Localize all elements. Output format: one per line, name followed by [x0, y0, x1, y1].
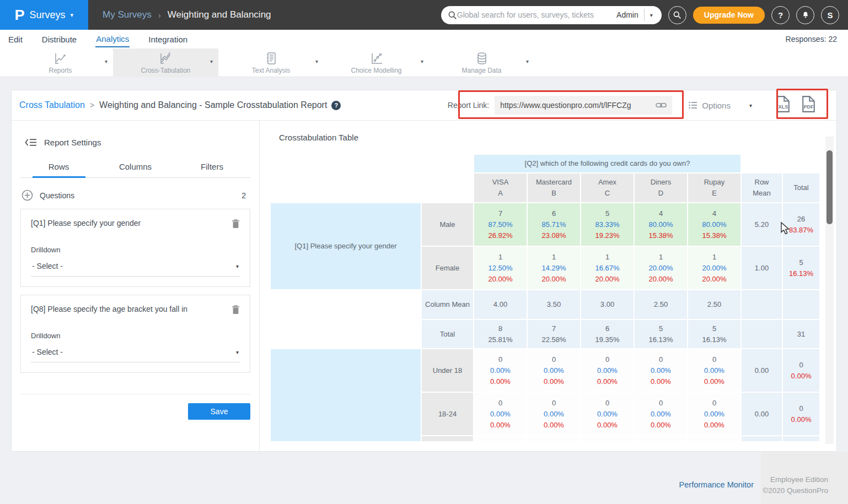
cross-tabulation-link[interactable]: Cross Tabulation: [19, 100, 85, 110]
crosstab-cell: 480.00%15.38%: [635, 203, 687, 246]
trash-icon[interactable]: [232, 305, 240, 317]
copyright-line: ©2020 QuestionPro: [763, 485, 828, 496]
row-label: Female: [422, 247, 473, 289]
options-dropdown[interactable]: Options ▾: [689, 101, 752, 110]
save-button[interactable]: Save: [188, 403, 250, 420]
export-xls-button[interactable]: XLS: [775, 95, 791, 115]
column-total-cell: 825.81%: [474, 320, 527, 348]
chevron-down-icon[interactable]: ▾: [210, 58, 213, 64]
tab-filters[interactable]: Filters: [174, 162, 250, 177]
crosstab-cell: 120.00%20.00%: [635, 247, 687, 289]
trash-icon[interactable]: [232, 219, 240, 231]
crosstab-cell: 116.67%20.00%: [581, 247, 634, 289]
reports-chart-icon: [53, 51, 68, 66]
performance-monitor-link[interactable]: Performance Monitor: [679, 480, 754, 489]
crosstab-cell: 00.00%0.00%: [635, 393, 687, 435]
column-total-cell: 516.13%: [635, 320, 687, 348]
search-button[interactable]: [668, 6, 686, 24]
report-link-url[interactable]: https://www.questionpro.com/t/lFFCZg: [500, 101, 651, 110]
column-total-cell: 722.58%: [528, 320, 580, 348]
notifications-button[interactable]: [796, 6, 814, 24]
row-mean-cell: 1.00: [742, 247, 782, 289]
chevron-down-icon[interactable]: ▾: [645, 12, 658, 18]
nav-tab-analytics[interactable]: Analytics: [95, 31, 130, 47]
row-label: Male: [422, 203, 473, 246]
nav-tab-edit[interactable]: Edit: [8, 31, 23, 47]
crosstab-cell: 112.50%20.00%: [474, 247, 527, 289]
crosstab-cell: 00.00%0.00%: [635, 349, 687, 392]
crosstab-area: Crosstabulation Table [Q2] which of the …: [260, 121, 837, 452]
row-label: 18-24: [422, 393, 473, 435]
add-question-icon[interactable]: [22, 189, 33, 201]
nav-tabs: EditDistributeAnalyticsIntegration: [8, 31, 206, 47]
responses-count: Responses: 22: [786, 35, 837, 44]
row-mean-cell: 0.00: [742, 349, 782, 392]
export-pdf-button[interactable]: PDF: [801, 95, 817, 115]
crosstab-cell: 480.00%15.38%: [688, 203, 740, 246]
breadcrumb-separator-icon: >: [90, 101, 94, 110]
toolbar-item-reports[interactable]: Reports▾: [8, 48, 113, 77]
drilldown-select[interactable]: - Select -▾: [31, 348, 240, 362]
toolbar-item-cross-tabulation[interactable]: Cross-Tabulation▾: [113, 48, 218, 77]
crosstab-cell: 00.00%0.00%: [474, 349, 527, 392]
crosstab-cell: 00.00%0.00%: [688, 349, 740, 392]
link-icon: [656, 102, 667, 109]
product-switcher[interactable]: P Surveys ▾: [0, 0, 88, 30]
crosstab-cell: 787.50%26.92%: [474, 203, 527, 246]
drilldown-select[interactable]: - Select -▾: [31, 262, 240, 277]
collapse-panel-icon[interactable]: [25, 138, 37, 147]
search-scope-label: Admin: [611, 10, 644, 19]
options-label: Options: [702, 101, 731, 110]
search-icon: [448, 10, 457, 20]
report-card: Cross Tabulation > Weighting and Balanci…: [11, 90, 837, 452]
column-header-diners: DinersD: [635, 174, 687, 202]
nav-tab-integration[interactable]: Integration: [148, 31, 188, 47]
row-mean-cell: 0.00: [742, 393, 782, 435]
column-header-amex: AmexC: [581, 174, 634, 202]
toolbar-item-choice-modelling[interactable]: Choice Modelling▾: [324, 48, 429, 77]
tab-columns[interactable]: Columns: [97, 162, 174, 177]
crosstab-cell: 00.00%0.00%: [528, 393, 580, 435]
chevron-down-icon[interactable]: ▾: [105, 58, 108, 64]
row-total-cell: 2683.87%: [783, 203, 819, 246]
breadcrumb-my-surveys[interactable]: My Surveys: [103, 9, 152, 20]
total-header: Total: [783, 174, 819, 202]
row-question-header: [Q1] Please specify your gender: [271, 203, 421, 289]
crosstab-cell: 685.71%23.08%: [528, 203, 580, 246]
avatar[interactable]: S: [821, 6, 839, 24]
table-scrollbar-track[interactable]: [825, 137, 834, 444]
toolbar-item-manage-data[interactable]: Manage Data▾: [429, 48, 534, 77]
question-label: [Q1] Please specify your gender: [31, 219, 232, 227]
row-total-cell: 516.13%: [783, 247, 819, 289]
global-search[interactable]: Admin ▾: [441, 6, 662, 24]
footer: Performance Monitor Employee Edition ©20…: [0, 452, 848, 504]
questions-label: Questions: [40, 191, 74, 200]
edition-line: Employee Edition: [763, 474, 828, 485]
drilldown-label: Drilldown: [31, 246, 240, 254]
tab-rows[interactable]: Rows: [20, 162, 97, 177]
global-search-input[interactable]: [457, 10, 611, 19]
toolbar-item-text-analysis[interactable]: Text Analysis▾: [218, 48, 324, 77]
table-scrollbar-thumb[interactable]: [826, 150, 833, 224]
toolbar-item-label: Text Analysis: [252, 67, 290, 74]
nav-tab-distribute[interactable]: Distribute: [41, 31, 77, 47]
report-link-label: Report Link:: [448, 101, 489, 110]
product-switcher-label: Surveys: [29, 9, 65, 21]
database-icon: [475, 51, 489, 66]
toolbar-item-label: Choice Modelling: [351, 67, 401, 74]
help-button[interactable]: ?: [771, 6, 790, 24]
chevron-down-icon[interactable]: ▾: [421, 58, 423, 64]
chevron-down-icon[interactable]: ▾: [315, 58, 318, 64]
report-link-field[interactable]: https://www.questionpro.com/t/lFFCZg: [495, 96, 672, 115]
chevron-down-icon[interactable]: ▾: [526, 58, 529, 64]
questions-count: 2: [241, 191, 246, 200]
crosstab-cell: 00.00%0.00%: [688, 393, 740, 435]
help-icon[interactable]: ?: [331, 101, 341, 110]
upgrade-now-button[interactable]: Upgrade Now: [693, 7, 765, 24]
report-header: Cross Tabulation > Weighting and Balanci…: [12, 90, 836, 121]
row-total-cell: 00.00%: [783, 393, 819, 435]
questionpro-logo-icon: P: [15, 7, 25, 24]
question-label: [Q8] Please specify the age bracket you …: [31, 305, 232, 313]
crosstab-table-wrap: [Q2] which of the following credit cards…: [270, 154, 828, 441]
row-label: Under 18: [422, 349, 473, 392]
